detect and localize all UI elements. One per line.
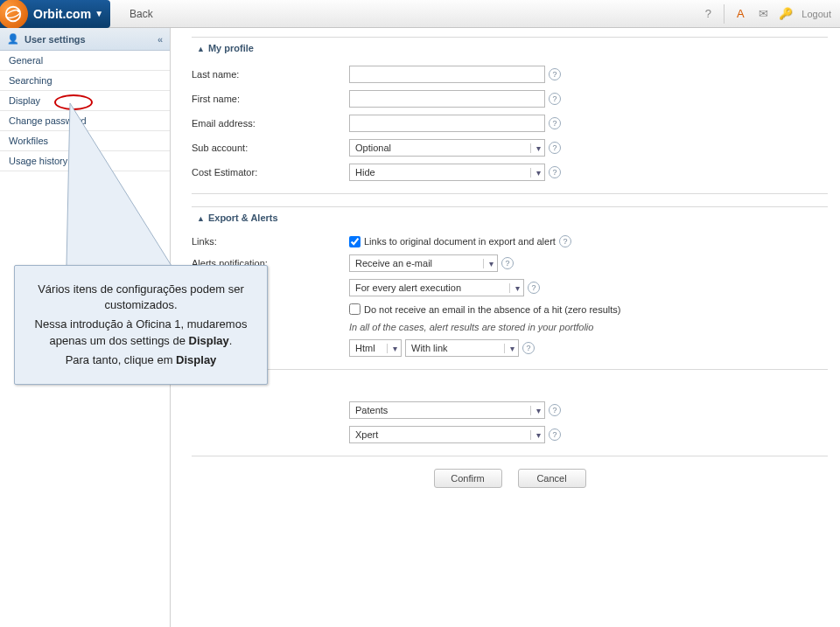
sidebar-title: User settings [24, 34, 86, 45]
brand-text: Orbit.com [33, 7, 91, 21]
sidebar-item-change-password[interactable]: Change password [0, 111, 170, 131]
help-icon[interactable]: ? [549, 404, 561, 416]
help-icon[interactable]: ? [701, 7, 715, 21]
main-panel: ▲My profile Last name: ? First name: ? E… [171, 28, 840, 627]
button-row: Confirm Cancel [192, 469, 828, 488]
links-checkbox-text: Links to original document in export and… [364, 236, 556, 247]
help-icon[interactable]: ? [528, 282, 540, 294]
cancel-button[interactable]: Cancel [518, 469, 586, 488]
chevron-down-icon: ▾ [530, 406, 541, 415]
email-label: Email address: [192, 118, 349, 129]
collapse-triangle-icon[interactable]: ▲ [197, 214, 205, 223]
confirm-button[interactable]: Confirm [434, 469, 502, 488]
help-icon[interactable]: ? [549, 142, 561, 154]
brand-logo[interactable]: Orbit.com ▼ [0, 0, 110, 28]
no-hit-checkbox[interactable] [349, 303, 360, 315]
chevron-down-icon: ▾ [530, 143, 541, 153]
chevron-down-icon: ▾ [387, 344, 397, 353]
format-html-select[interactable]: Html▾ [349, 339, 402, 357]
first-name-label: First name: [192, 94, 349, 104]
sidebar-item-searching[interactable]: Searching [0, 71, 170, 91]
cost-estimator-label: Cost Estimator: [192, 167, 349, 178]
format-link-select[interactable]: With link▾ [405, 339, 519, 357]
back-link[interactable]: Back [130, 8, 153, 20]
section-export-alerts: ▲Export & Alerts Links: Links to origina… [192, 206, 828, 370]
header-right: ? A ✉ 🔑 Logout [692, 4, 840, 24]
sidebar-item-display[interactable]: Display [0, 91, 170, 111]
sidebar-item-workfiles[interactable]: Workfiles [0, 131, 170, 151]
links-label: Links: [192, 236, 349, 247]
no-hit-text: Do not receive an email in the absence o… [364, 304, 620, 315]
section-title: ▲Export & Alerts [192, 207, 828, 232]
cost-estimator-select[interactable]: Hide▾ [349, 164, 545, 181]
section-title: ▲My profile [192, 38, 828, 62]
orbit-icon [0, 0, 28, 29]
alerts-notification-select[interactable]: Receive an e-mail▾ [349, 254, 498, 272]
sidebar-item-usage-history[interactable]: Usage history [0, 151, 170, 171]
alerts-label: Alerts notification: [192, 258, 349, 268]
last-name-label: Last name: [192, 69, 349, 80]
help-icon[interactable]: ? [549, 166, 561, 178]
chevron-down-icon: ▾ [504, 344, 514, 353]
chevron-down-icon: ▾ [530, 430, 541, 440]
help-icon[interactable]: ? [522, 342, 535, 354]
sub-account-select[interactable]: Optional▾ [349, 139, 545, 157]
chevron-down-icon: ▾ [509, 283, 520, 293]
scope-select[interactable]: Xpert▾ [349, 426, 545, 443]
divider [724, 4, 724, 24]
alerts-frequency-select[interactable]: For every alert execution▾ [349, 279, 524, 296]
highlight-icon[interactable]: A [733, 7, 747, 21]
help-icon[interactable]: ? [549, 68, 561, 80]
sidebar-item-general[interactable]: General [0, 51, 170, 71]
logout-link[interactable]: Logout [802, 9, 831, 19]
links-checkbox[interactable] [349, 236, 360, 247]
sidebar-header: 👤 User settings « [0, 28, 170, 51]
sub-account-label: Sub account: [192, 143, 349, 153]
top-header: Orbit.com ▼ Back ? A ✉ 🔑 Logout [0, 0, 840, 28]
sidebar: 👤 User settings « General Searching Disp… [0, 28, 171, 627]
svg-point-0 [6, 6, 21, 21]
email-input[interactable] [349, 115, 545, 132]
help-icon[interactable]: ? [549, 428, 561, 441]
help-icon[interactable]: ? [559, 235, 571, 247]
help-icon[interactable]: ? [501, 257, 514, 269]
last-name-input[interactable] [349, 66, 545, 83]
chevron-down-icon: ▾ [530, 168, 541, 178]
brand-dropdown-icon: ▼ [94, 9, 103, 18]
section-collection: Patents▾ ? Xpert▾ ? [192, 382, 828, 456]
first-name-input[interactable] [349, 90, 545, 108]
collapse-triangle-icon[interactable]: ▲ [197, 45, 205, 53]
key-icon[interactable]: 🔑 [779, 7, 793, 21]
help-icon[interactable]: ? [549, 117, 561, 129]
alerts-note: In all of the cases, alert results are s… [349, 322, 593, 332]
mail-icon[interactable]: ✉ [756, 7, 770, 21]
help-icon[interactable]: ? [549, 93, 561, 105]
collapse-icon[interactable]: « [158, 34, 163, 45]
svg-point-2 [18, 9, 21, 12]
section-my-profile: ▲My profile Last name: ? First name: ? E… [192, 37, 828, 194]
collection-select[interactable]: Patents▾ [349, 401, 545, 419]
chevron-down-icon: ▾ [483, 259, 494, 268]
user-icon: 👤 [7, 33, 19, 45]
